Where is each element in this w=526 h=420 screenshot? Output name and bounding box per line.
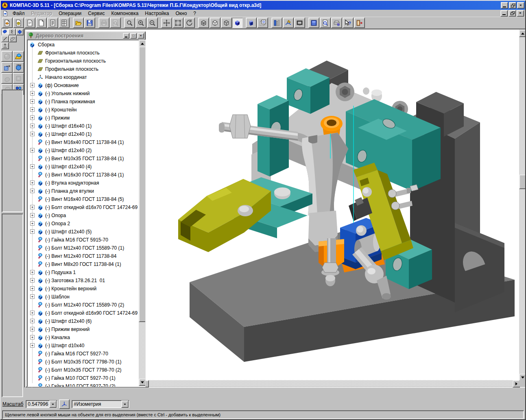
tree-item[interactable]: (-) Гайка М10 ГОСТ 5927-70 (1): [27, 374, 138, 382]
layers-button[interactable]: [257, 17, 268, 28]
tree-item[interactable]: (-) Болт М12x40 ГОСТ 15589-70 (1): [27, 244, 138, 252]
doc-preview-button[interactable]: [320, 17, 331, 28]
tree-close-button[interactable]: ×: [138, 33, 144, 39]
orientation-dropdown-icon[interactable]: [121, 400, 129, 408]
zoom-select-button[interactable]: [124, 17, 135, 28]
new-spec-button[interactable]: [47, 17, 58, 28]
tree-item[interactable]: (-) Прижим верхний: [27, 325, 138, 333]
expand-toggle[interactable]: [30, 189, 35, 193]
tree-item[interactable]: (-) Шаблон: [27, 293, 138, 301]
tree-item[interactable]: Фронтальная плоскость: [27, 49, 138, 57]
shaded-button[interactable]: [232, 18, 242, 28]
tree-vscrollbar[interactable]: [139, 40, 145, 386]
tree-item[interactable]: (-) Планка для втулки: [27, 187, 138, 195]
tree-item[interactable]: (-) Штифт d16x40 (1): [27, 122, 138, 130]
expand-toggle[interactable]: [30, 164, 35, 169]
print-button[interactable]: [98, 17, 109, 28]
tree-item[interactable]: (-) Штифт d12x40 (4): [27, 163, 138, 171]
new-part-button[interactable]: [13, 51, 24, 62]
menu-item[interactable]: Файл: [9, 10, 28, 17]
minimize-button[interactable]: [501, 2, 508, 9]
child-close-button[interactable]: ×: [517, 10, 524, 17]
scale-dropdown-icon[interactable]: [49, 400, 57, 408]
tree-root-item[interactable]: Сборка: [27, 41, 138, 49]
tree-item[interactable]: (-) Подушка 1: [27, 268, 138, 276]
menu-item[interactable]: Окно: [172, 10, 190, 17]
tree-item[interactable]: (-) Болт откидной d16x70 ГОСТ 14724-69: [27, 203, 138, 211]
model-yellow-fork[interactable]: [178, 179, 271, 252]
print-setup-button[interactable]: [331, 17, 342, 28]
op-disabled-1-button[interactable]: [1, 73, 13, 84]
tree-maximize-button[interactable]: □: [130, 33, 137, 39]
hidden-lines-button[interactable]: [210, 17, 220, 28]
scale-combo[interactable]: 0.547996: [26, 400, 57, 408]
new-blank-button[interactable]: [36, 17, 47, 28]
expand-toggle[interactable]: [30, 132, 35, 136]
expand-toggle[interactable]: [30, 124, 35, 128]
expand-toggle[interactable]: [30, 294, 35, 299]
op-disabled-2-button[interactable]: [13, 73, 24, 84]
tree-item[interactable]: (-) Винт М10x35 ГОСТ 11738-84 (1): [27, 155, 138, 163]
zoom-in-button[interactable]: [135, 17, 146, 28]
scroll-up-button[interactable]: [519, 30, 526, 37]
surface-button[interactable]: [16, 28, 24, 35]
tree-item[interactable]: (-) Угольник нижний: [27, 89, 138, 98]
tree-item[interactable]: Горизонтальная плоскость: [27, 57, 138, 65]
tree-item[interactable]: (-) Прижим: [27, 114, 138, 122]
screen-button[interactable]: [294, 17, 305, 28]
preview-button[interactable]: [110, 17, 121, 28]
expand-toggle[interactable]: [30, 343, 35, 348]
tree-item[interactable]: Профильная плоскость: [27, 65, 138, 73]
tree-scroll-down-button[interactable]: [139, 379, 146, 386]
tree-item[interactable]: (-) Заготовка 178.26.21 01: [27, 276, 138, 285]
sketch-button[interactable]: [283, 17, 294, 28]
halftone-button[interactable]: [221, 17, 232, 28]
tree-item[interactable]: (-) Штифт d12x40 (5): [27, 228, 138, 236]
expand-toggle[interactable]: [30, 83, 35, 87]
orientation-combo[interactable]: #Изометрия: [72, 400, 129, 408]
rotate-button[interactable]: [184, 17, 195, 28]
expand-toggle[interactable]: [30, 229, 35, 234]
tree-item[interactable]: (-) Гайка М10 ГОСТ 5927-70 (2): [27, 382, 138, 387]
title-bar[interactable]: КОМПАС-3D 5.11 - [Сборка C:\Program File…: [1, 1, 525, 10]
line-button[interactable]: [1, 35, 9, 42]
expand-toggle[interactable]: [30, 319, 35, 323]
close-button[interactable]: ×: [517, 2, 524, 9]
expand-toggle[interactable]: [30, 107, 35, 112]
new-fragment-button[interactable]: [13, 17, 24, 28]
system-panel-button[interactable]: [308, 17, 319, 28]
tree-item[interactable]: (-) Болт М10x35 ГОСТ 7798-70 (2): [27, 366, 138, 374]
tree-item[interactable]: (-) Штифт d10x40: [27, 342, 138, 350]
expand-toggle[interactable]: [30, 91, 35, 96]
child-minimize-button[interactable]: [500, 10, 508, 17]
expand-toggle[interactable]: [30, 213, 35, 218]
restore-button[interactable]: [509, 2, 516, 9]
tree-minimize-button[interactable]: [123, 33, 129, 39]
expand-toggle[interactable]: [30, 327, 35, 331]
expand-toggle[interactable]: [30, 335, 35, 339]
viewport-vscrollbar[interactable]: [519, 30, 526, 381]
tree-item[interactable]: (-) Качалка: [27, 333, 138, 342]
tree-item[interactable]: (-) Гайка М16 ГОСТ 5915-70: [27, 236, 138, 244]
expand-toggle[interactable]: [30, 311, 35, 315]
spline-button[interactable]: [8, 28, 16, 35]
expand-toggle[interactable]: [30, 270, 35, 274]
new-assembly-button[interactable]: [59, 17, 70, 28]
menu-item[interactable]: Настройка: [142, 10, 172, 17]
tree-item[interactable]: (-) Винт М12x40 ГОСТ 11738-84: [27, 252, 138, 260]
tree-item[interactable]: (-) Болт откидной d16x90 ГОСТ 14724-69: [27, 309, 138, 317]
attach-button[interactable]: [9, 35, 17, 42]
measure-button[interactable]: [1, 42, 9, 49]
tree-item[interactable]: (-) Болт М12x40 ГОСТ 15589-70 (2): [27, 301, 138, 309]
tree-item[interactable]: (-) Винт М8x20 ГОСТ 11738-84 (1): [27, 260, 138, 268]
orientation-button[interactable]: [59, 399, 70, 409]
expand-toggle[interactable]: [30, 205, 35, 209]
tree-item[interactable]: (-) Штифт d12x40 (6): [27, 317, 138, 325]
tree-item[interactable]: (-) Штифт d12x40 (1): [27, 130, 138, 138]
columns-button[interactable]: [271, 17, 282, 28]
expand-toggle[interactable]: [30, 221, 35, 226]
tree-item[interactable]: (-) Кронштейн: [27, 106, 138, 114]
tree-item[interactable]: (-) Гайка М16 ГОСТ 5927-70: [27, 350, 138, 358]
expand-toggle[interactable]: [30, 286, 35, 291]
vscroll-thumb[interactable]: [519, 174, 526, 189]
